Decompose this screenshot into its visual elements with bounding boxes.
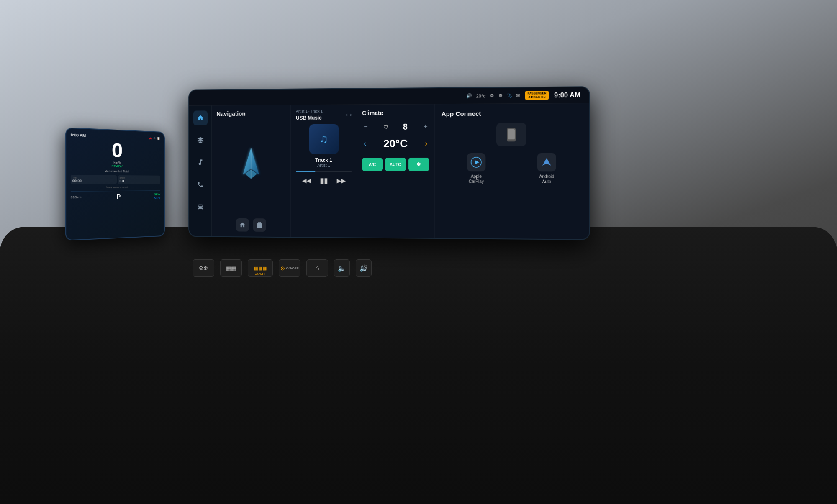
cluster-gear: P xyxy=(117,193,121,200)
ac-button[interactable]: A/C xyxy=(362,158,383,171)
climate-title: Climate xyxy=(362,109,429,116)
cluster-ready-status: READY xyxy=(111,164,123,168)
svg-marker-4 xyxy=(475,160,479,164)
nav-poi-icon[interactable] xyxy=(253,218,266,232)
music-track-info: Track 1 Artist 1 xyxy=(296,157,352,168)
cluster-speed: 0 xyxy=(112,141,123,161)
infotainment-screen: 🔊 20°c ⚙ ⚙ ⮷ ✉ PASSENGERAIRBAG ON 9:00 A… xyxy=(188,86,590,240)
android-auto-label: AndroidAuto xyxy=(539,174,554,184)
apple-carplay-label: AppleCarPlay xyxy=(469,174,484,184)
android-auto-svg xyxy=(541,156,553,168)
phone-screen xyxy=(508,129,515,139)
navigation-title: Navigation xyxy=(216,110,245,117)
fan-increase-button[interactable]: + xyxy=(422,121,429,132)
fan-icon: ✡ xyxy=(383,123,389,130)
android-auto-item[interactable]: AndroidAuto xyxy=(537,153,556,184)
accumulated-total-label: Accumulated Total xyxy=(71,169,160,173)
music-controls: ◀◀ ▮▮ ▶▶ xyxy=(296,176,352,185)
apple-carplay-icon xyxy=(467,153,486,171)
cluster-power: 0kW xyxy=(154,192,160,196)
phone-shape xyxy=(507,128,516,141)
climate-fan-row: − ✡ 8 + xyxy=(362,121,429,133)
volume-icon: 🔊 xyxy=(466,93,472,98)
long-press-hint: Long press to reset xyxy=(71,186,160,189)
status-icons: 🔊 20°c ⚙ ⚙ ⮷ ✉ xyxy=(466,93,520,99)
fan-control-button[interactable]: ❆❆ xyxy=(193,259,214,277)
defrost-button[interactable]: ❄ xyxy=(408,158,429,171)
app-connect-title: App Connect xyxy=(442,109,583,117)
bluetooth-icon: ⮷ xyxy=(507,93,511,98)
music-artist-name: Artist 1 xyxy=(296,163,352,168)
status-bar: 🔊 20°c ⚙ ⚙ ⮷ ✉ PASSENGERAIRBAG ON 9:00 A… xyxy=(189,87,589,106)
dashboard xyxy=(0,227,837,504)
music-source-line: Artist 1 · Track 1 xyxy=(296,109,323,113)
defrost-rear-button[interactable]: ▦▦ xyxy=(220,259,242,277)
sidebar-car[interactable] xyxy=(193,199,208,214)
status-time: 9:00 AM xyxy=(554,91,580,99)
climate-temp-row: ‹ 20°C › xyxy=(362,137,429,150)
cluster-range: 818km xyxy=(71,195,81,199)
home-hw-button[interactable]: ⌂ xyxy=(306,259,328,277)
music-play-button[interactable]: ▮▮ xyxy=(320,176,328,185)
music-progress-bar[interactable] xyxy=(296,171,352,172)
svg-marker-5 xyxy=(542,158,551,166)
fan-decrease-button[interactable]: − xyxy=(362,121,369,132)
music-nav-arrows: ‹ › xyxy=(346,112,352,118)
navigation-bottom-icons xyxy=(236,218,266,232)
music-header: Artist 1 · Track 1 USB Music ‹ › xyxy=(296,109,352,120)
music-progress-fill xyxy=(296,171,315,172)
music-track-name: Track 1 xyxy=(296,157,352,163)
heated-seat-button[interactable]: ▦▦▦ ON/OFF xyxy=(248,259,273,277)
music-next-button[interactable]: ▶▶ xyxy=(336,177,346,184)
climate-temperature: 20°C xyxy=(383,137,408,150)
cluster-ev-label: NEV xyxy=(154,196,160,200)
fan-level: 8 xyxy=(403,122,408,131)
music-note-icon: ♫ xyxy=(319,132,328,146)
apple-carplay-item[interactable]: AppleCarPlay xyxy=(467,153,486,184)
usb-icon: ⚙ xyxy=(490,93,494,98)
navigation-arrow-icon xyxy=(235,146,267,192)
music-album-art: ♫ xyxy=(309,124,339,154)
instrument-cluster: 9:00 AM 🚗⊙📋 0 km/h READY Accumulated Tot… xyxy=(65,127,165,240)
volume-down-button[interactable]: 🔈 xyxy=(334,259,350,277)
music-next-icon[interactable]: › xyxy=(350,112,352,118)
carplay-play-svg xyxy=(470,156,483,168)
heated-button-2[interactable]: ⊙ ON/OFF xyxy=(279,259,300,277)
volume-up-button[interactable]: 🔊 xyxy=(356,259,372,277)
sidebar-navigation[interactable] xyxy=(193,133,208,147)
temperature-display: 20°c xyxy=(476,93,486,98)
music-source-label: USB Music xyxy=(296,115,323,121)
app-icons-row: AppleCarPlay AndroidAuto xyxy=(442,153,583,185)
main-content: Navigation xyxy=(189,103,589,239)
navigation-panel[interactable]: Navigation xyxy=(212,105,291,237)
cluster-status-icons: 🚗⊙📋 xyxy=(149,136,160,140)
sidebar-home[interactable] xyxy=(193,110,208,125)
cluster-time: 9:00 AM xyxy=(71,133,86,138)
sidebar xyxy=(189,106,212,236)
phone-icon-container xyxy=(496,123,526,146)
usb2-icon: ⚙ xyxy=(498,93,503,98)
auto-button[interactable]: AUTO xyxy=(385,158,406,171)
music-prev-icon[interactable]: ‹ xyxy=(346,112,347,118)
physical-controls-bar: ❆❆ ▦▦ ▦▦▦ ON/OFF ⊙ ON/OFF ⌂ 🔈 🔊 xyxy=(193,259,372,277)
temp-decrease-button[interactable]: ‹ xyxy=(362,138,368,150)
climate-mode-buttons: A/C AUTO ❄ xyxy=(362,158,429,171)
cluster-speed-unit: km/h xyxy=(113,161,121,164)
mail-icon: ✉ xyxy=(516,93,520,98)
airbag-warning: PASSENGERAIRBAG ON xyxy=(525,91,549,100)
trip1-value: 00:00 xyxy=(72,179,115,183)
trip2-value: 0.0 xyxy=(119,179,159,183)
app-connect-panel[interactable]: App Connect xyxy=(435,103,589,239)
sidebar-music[interactable] xyxy=(193,155,208,169)
climate-panel[interactable]: Climate − ✡ 8 + ‹ 20°C › A/C AUTO ❄ xyxy=(357,104,434,238)
music-panel[interactable]: Artist 1 · Track 1 USB Music ‹ › ♫ Track… xyxy=(291,105,357,237)
sidebar-phone[interactable] xyxy=(193,177,208,192)
music-prev-button[interactable]: ◀◀ xyxy=(302,177,311,184)
app-phone-visual xyxy=(442,123,583,146)
defrost-icon: ❄ xyxy=(417,161,421,167)
navigation-map-visual xyxy=(235,122,267,215)
temp-increase-button[interactable]: › xyxy=(423,138,429,150)
nav-home-icon[interactable] xyxy=(236,218,249,232)
android-auto-icon xyxy=(537,153,556,172)
